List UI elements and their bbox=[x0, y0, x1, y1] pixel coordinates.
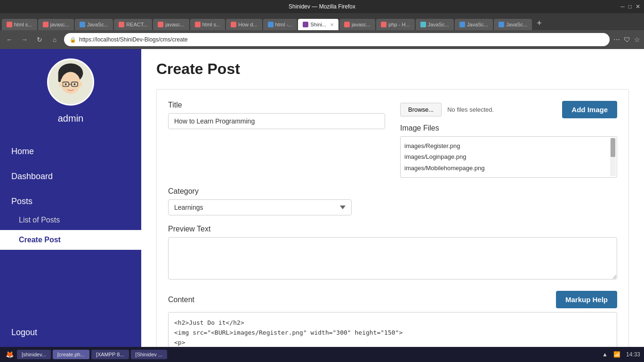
sidebar-item-list-of-posts[interactable]: List of Posts bbox=[0, 210, 141, 230]
taskbar-system-tray: ▲ bbox=[602, 351, 608, 358]
browser-tab-10[interactable]: php - H... bbox=[376, 19, 414, 30]
main-content: Create Post Title Browse... No files sel… bbox=[141, 49, 644, 347]
content-label: Content bbox=[168, 296, 194, 304]
browser-tab-2[interactable]: JavaSc... bbox=[75, 19, 113, 30]
app-container: admin Home Dashboard Posts List of Posts… bbox=[0, 49, 644, 347]
form-row-title-image: Title Browse... No files selected. Add I… bbox=[168, 101, 617, 178]
form-preview-section: Preview Text bbox=[168, 225, 617, 281]
sidebar-item-logout[interactable]: Logout bbox=[0, 318, 141, 347]
browser-tab-4[interactable]: javasc... bbox=[153, 19, 189, 30]
browser-toolbar-actions: ⋯ 🛡 ☆ bbox=[613, 36, 640, 43]
image-files-label: Image Files bbox=[400, 124, 617, 132]
image-file-item: images/Register.png bbox=[404, 140, 613, 151]
taskbar-item-0[interactable]: [shinidev... bbox=[17, 350, 51, 359]
markup-help-button[interactable]: Markup Help bbox=[556, 291, 617, 308]
maximize-icon[interactable]: □ bbox=[628, 3, 632, 10]
bookmarks-icon[interactable]: ⋯ bbox=[613, 36, 620, 43]
form-title-section: Title bbox=[168, 101, 385, 178]
create-post-form: Title Browse... No files selected. Add I… bbox=[156, 89, 629, 347]
category-select[interactable]: Learnings Programming Web Development Ot… bbox=[168, 199, 352, 215]
browser-title: Shinidev — Mozilla Firefox bbox=[289, 3, 355, 10]
browser-tab-5[interactable]: html s... bbox=[190, 19, 225, 30]
address-url: https://localhost/ShiniDev-Blogs/cms/cre… bbox=[79, 36, 604, 43]
avatar bbox=[47, 58, 94, 106]
scrollbar-thumb bbox=[611, 138, 615, 157]
image-file-item: images/Mobilehomepage.png bbox=[404, 163, 613, 173]
browser-tab-9[interactable]: javasc... bbox=[339, 19, 375, 30]
browser-tab-0[interactable]: html s... bbox=[2, 19, 37, 30]
home-button[interactable]: ⌂ bbox=[49, 36, 60, 43]
form-content-section: Content Markup Help bbox=[168, 291, 617, 347]
browser-tab-7[interactable]: html -... bbox=[263, 19, 298, 30]
new-tab-button[interactable]: + bbox=[533, 16, 546, 30]
sidebar-section-posts: Posts bbox=[0, 189, 141, 210]
refresh-button[interactable]: ↻ bbox=[34, 36, 45, 43]
svg-point-8 bbox=[74, 83, 76, 85]
image-files-list: images/Register.pngimages/Loginpage.pngi… bbox=[400, 136, 617, 178]
forward-button[interactable]: → bbox=[19, 36, 30, 43]
title-input[interactable] bbox=[168, 113, 385, 129]
admin-username: admin bbox=[58, 113, 83, 124]
preview-text-input[interactable] bbox=[168, 237, 617, 280]
taskbar-item-2[interactable]: [XAMPP 8... bbox=[91, 350, 129, 359]
add-image-button[interactable]: Add Image bbox=[562, 101, 617, 118]
taskbar-start-icon[interactable]: 🦊 bbox=[4, 349, 15, 360]
image-file-controls: Browse... No files selected. Add Image bbox=[400, 101, 617, 118]
svg-point-10 bbox=[79, 82, 82, 87]
sidebar: admin Home Dashboard Posts List of Posts… bbox=[0, 49, 141, 347]
category-label: Category bbox=[168, 187, 617, 196]
content-header: Content Markup Help bbox=[168, 291, 617, 308]
browser-tab-13[interactable]: JavaSc... bbox=[494, 19, 532, 30]
svg-rect-2 bbox=[58, 73, 61, 82]
lock-icon: 🔒 bbox=[70, 37, 76, 43]
svg-point-9 bbox=[59, 82, 63, 87]
sidebar-item-home[interactable]: Home bbox=[0, 139, 141, 164]
browser-tab-11[interactable]: JavaSc... bbox=[416, 19, 454, 30]
content-input[interactable] bbox=[168, 312, 617, 347]
taskbar: 🦊 [shinidev...[create.ph...[XAMPP 8...[S… bbox=[0, 347, 644, 362]
close-icon[interactable]: ✕ bbox=[636, 3, 640, 10]
browser-addressbar: ← → ↻ ⌂ 🔒 https://localhost/ShiniDev-Blo… bbox=[0, 30, 644, 49]
browser-window-controls: ─ □ ✕ bbox=[620, 3, 640, 10]
browser-tab-3[interactable]: REACT... bbox=[114, 19, 152, 30]
tab-close-btn[interactable]: ✕ bbox=[330, 22, 334, 27]
no-file-text: No files selected. bbox=[447, 106, 494, 113]
sidebar-item-dashboard[interactable]: Dashboard bbox=[0, 164, 141, 189]
form-image-section: Browse... No files selected. Add Image I… bbox=[400, 101, 617, 178]
taskbar-time: 14:33 bbox=[626, 351, 640, 358]
browser-tabs: html s...javasc...JavaSc...REACT...javas… bbox=[0, 13, 644, 30]
sidebar-nav: Home Dashboard Posts List of Posts Creat… bbox=[0, 139, 141, 250]
image-file-item: images/Loginpage.png bbox=[404, 151, 613, 162]
star-icon[interactable]: ☆ bbox=[634, 36, 640, 43]
taskbar-right: ▲ 📶 14:33 bbox=[602, 351, 640, 358]
preview-text-label: Preview Text bbox=[168, 225, 617, 233]
browser-tab-1[interactable]: javasc... bbox=[38, 19, 74, 30]
title-label: Title bbox=[168, 101, 385, 109]
browser-tab-12[interactable]: JavaSc... bbox=[455, 19, 493, 30]
page-title: Create Post bbox=[156, 60, 629, 78]
browser-tab-8[interactable]: Shini...✕ bbox=[298, 19, 338, 30]
taskbar-item-1[interactable]: [create.ph... bbox=[53, 350, 89, 359]
scrollbar[interactable] bbox=[610, 138, 616, 176]
taskbar-network-icon: 📶 bbox=[613, 351, 620, 358]
address-box[interactable]: 🔒 https://localhost/ShiniDev-Blogs/cms/c… bbox=[64, 33, 610, 46]
browser-tab-6[interactable]: How d... bbox=[226, 19, 262, 30]
shield-icon[interactable]: 🛡 bbox=[624, 36, 630, 43]
form-category-section: Category Learnings Programming Web Devel… bbox=[168, 187, 617, 215]
back-button[interactable]: ← bbox=[4, 36, 15, 43]
taskbar-item-3[interactable]: [Shinidev ... bbox=[131, 350, 167, 359]
browse-button[interactable]: Browse... bbox=[400, 103, 442, 116]
browser-titlebar: Shinidev — Mozilla Firefox ─ □ ✕ bbox=[0, 0, 644, 13]
sidebar-item-create-post[interactable]: Create Post bbox=[0, 230, 141, 250]
svg-point-7 bbox=[65, 83, 67, 85]
minimize-icon[interactable]: ─ bbox=[620, 3, 625, 10]
